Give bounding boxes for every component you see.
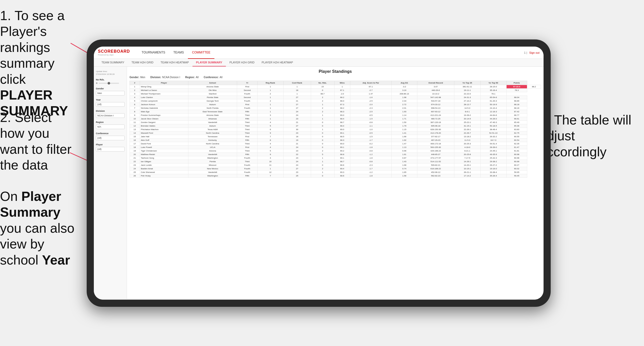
table-area: Player Standings Gender: Men Division: N…	[127, 67, 544, 299]
table-cell: 19	[130, 149, 140, 153]
table-cell: 12	[257, 171, 284, 174]
region-select[interactable]: N/A All	[96, 124, 125, 129]
table-cell: 0	[311, 142, 334, 146]
step3-text: 3. The table will adjust accordingly	[539, 112, 636, 160]
table-cell: 1	[311, 171, 334, 174]
nav-committee[interactable]: COMMITTEE	[188, 47, 214, 59]
table-row: 10Jacob Skov OlesenArkansasFifth123168.4…	[130, 117, 541, 121]
table-cell: 24	[283, 146, 311, 149]
gender-select[interactable]: Men Women	[96, 91, 125, 95]
table-cell: -0.2	[350, 142, 391, 146]
table-row: 8Mats EgeEast Tennessee StateFifth124268…	[130, 110, 541, 114]
sub-nav-team-summary[interactable]: TEAM SUMMARY	[98, 59, 128, 66]
table-cell: 4	[257, 156, 284, 160]
sign-out-link[interactable]: Sign out	[529, 51, 539, 54]
sub-nav-player-summary[interactable]: PLAYER SUMMARY	[192, 59, 226, 66]
table-cell: 28-15-0	[480, 85, 506, 89]
table-cell: 13-18-2	[454, 135, 480, 139]
col-avg-sg: Avg SG	[392, 81, 417, 85]
table-cell: North Florida	[188, 106, 237, 110]
table-cell: 78.1	[480, 92, 506, 96]
table-cell: 500-155-30	[417, 146, 454, 149]
table-cell: 18	[283, 89, 311, 92]
table-cell: First	[237, 85, 257, 89]
tablet-outer: SCOREBOARD Powered by clipd TOURNAMENTS …	[87, 39, 551, 307]
table-cell: Stanford	[188, 92, 237, 96]
table-cell: First	[237, 146, 257, 149]
table-cell: 3	[257, 114, 284, 117]
year-select[interactable]: (All) First Second Third Fourth Fifth	[96, 102, 125, 107]
table-cell: UCLA	[188, 146, 237, 149]
table-cell: 1	[334, 85, 350, 89]
table-cell: 3.10	[392, 89, 417, 92]
table-cell: Second	[237, 89, 257, 92]
filter-division: Division: NCAA Division I	[150, 76, 180, 79]
table-cell: 0	[311, 89, 334, 92]
table-cell: North Carolina	[188, 131, 237, 135]
table-cell: -2.3	[350, 163, 391, 167]
nav-teams[interactable]: TEAMS	[169, 47, 188, 59]
conference-label: Conference	[96, 132, 125, 135]
table-cell: 27	[283, 103, 311, 106]
table-cell: 8-6-1	[454, 110, 480, 114]
table-cell: 1	[311, 114, 334, 117]
division-select[interactable]: NCAA Division I NCAA Division II NCAA Di…	[96, 113, 125, 118]
table-cell: 5	[130, 99, 140, 103]
table-cell: 68.16	[506, 106, 527, 110]
table-cell: 24	[283, 114, 311, 117]
table-cell: -2.5	[350, 99, 391, 103]
col-adj-score: Adj. Score to Par	[350, 81, 391, 85]
table-cell: 23	[283, 131, 311, 135]
sub-nav-team-h2h-grid[interactable]: TEAM H2H GRID	[128, 59, 157, 66]
col-player: Player	[140, 81, 188, 85]
table-cell: 2	[311, 110, 334, 114]
table-cell: 24	[283, 160, 311, 163]
table-cell: Taehoon Song	[140, 156, 188, 160]
table-cell: 69.4	[334, 167, 350, 171]
no-rds-slider[interactable]	[99, 83, 119, 84]
update-time: Update time: 27/03/2024 16:56:26	[96, 70, 114, 75]
conference-select[interactable]: (All)	[96, 136, 125, 140]
table-cell: 66.61	[506, 117, 527, 121]
table-cell: 1.13	[392, 146, 417, 149]
table-cell: 68.2	[334, 106, 350, 110]
col-rank: #	[130, 81, 140, 85]
sub-nav-player-h2h-grid[interactable]: PLAYER H2H GRID	[226, 59, 258, 66]
table-cell: 35-26-4	[480, 174, 506, 178]
table-cell: 20-14-5	[454, 117, 480, 121]
table-cell: 3.07	[417, 85, 454, 89]
player-select[interactable]: (All)	[96, 147, 125, 151]
table-cell: 20-25-8	[454, 153, 480, 156]
table-cell: Fifth	[237, 174, 257, 178]
sub-nav-player-h2h-heatmap[interactable]: PLAYER H2H HEATMAP	[258, 59, 297, 66]
table-cell: 6	[257, 128, 284, 131]
col-yr: Yr	[237, 81, 257, 85]
table-cell: 68.7	[334, 121, 350, 124]
division-section: Division NCAA Division I NCAA Division I…	[96, 110, 125, 118]
table-cell: 68.4	[334, 124, 350, 128]
table-cell: 25-22-1	[454, 121, 480, 124]
table-cell: 10-15-1	[454, 167, 480, 171]
table-cell: Tiger Christensen	[140, 149, 188, 153]
col-no-rds: No. Rds.	[311, 81, 334, 85]
table-cell: 533-57-18	[417, 99, 454, 103]
nav-tournaments[interactable]: TOURNAMENTS	[138, 47, 169, 59]
filter-conference: Conference: All	[204, 76, 222, 79]
table-cell: 3	[130, 92, 140, 96]
table-row: 14Maxwell FordNorth CarolinaThird923069.…	[130, 131, 541, 135]
table-cell: 0	[311, 121, 334, 124]
table-cell: -1.8	[350, 146, 391, 149]
table-cell: 2.34	[392, 99, 417, 103]
table-cell: 10	[130, 117, 140, 121]
table-cell: 65.36	[506, 124, 527, 128]
table-cell: 1.56	[392, 174, 417, 178]
filter-gender: Gender: Men	[130, 76, 145, 79]
table-cell: 0.87	[392, 156, 417, 160]
step-on-text: On Player Summary you can also view by s…	[0, 188, 79, 268]
table-cell: 0	[311, 146, 334, 149]
table-cell: 21	[130, 156, 140, 160]
table-cell: Fifth	[237, 117, 257, 121]
table-cell: 0	[311, 124, 334, 128]
sub-nav-team-h2h-heatmap[interactable]: TEAM H2H HEATMAP	[157, 59, 192, 66]
table-row: 9Preston SummerhaysArizona StateThird324…	[130, 114, 541, 117]
